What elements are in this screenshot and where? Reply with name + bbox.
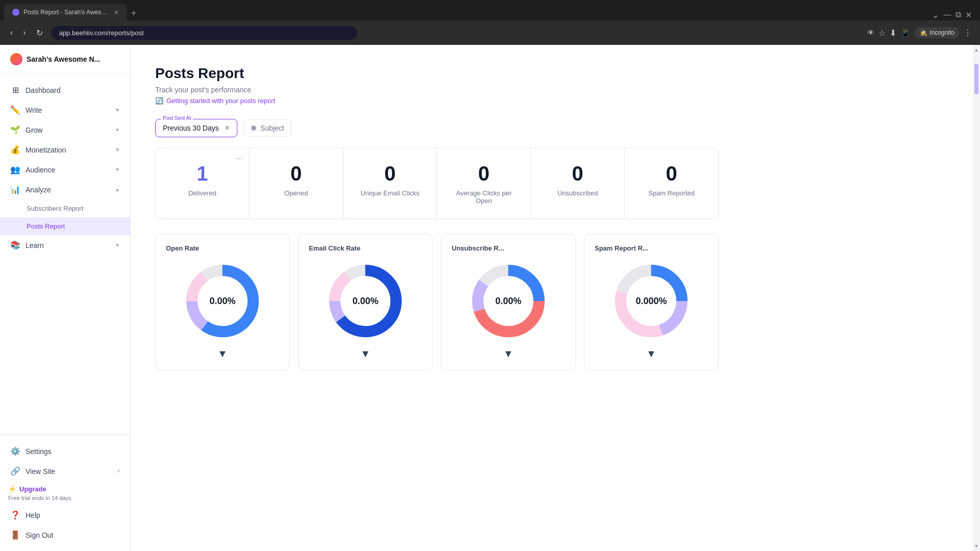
sidebar-item-label: Grow	[26, 126, 110, 134]
incognito-label: Incognito	[929, 29, 954, 36]
sidebar-item-sign-out[interactable]: 🚪 Sign Out	[0, 525, 130, 545]
sidebar-item-posts-report[interactable]: Posts Report	[0, 217, 130, 235]
incognito-icon: 🕵	[920, 29, 927, 36]
link-text: Getting started with your posts report	[166, 97, 275, 105]
sidebar-item-settings[interactable]: ⚙️ Settings	[0, 441, 130, 461]
stat-label: Spam Reported	[635, 189, 708, 197]
download-icon[interactable]: ⬇	[890, 28, 896, 38]
upgrade-button[interactable]: ⚡ Upgrade	[8, 485, 122, 493]
browser-chrome: Posts Report - Sarah's Awesome N... × + …	[0, 0, 980, 45]
stat-card-unsubscribed: 0 Unsubscribed	[531, 148, 625, 219]
donut-value: 0.00%	[352, 296, 378, 307]
forward-button[interactable]: ›	[21, 26, 28, 39]
scrollbar[interactable]: ▲ ▼	[973, 45, 980, 551]
stat-card-delivered: ··· 1 Delivered	[156, 148, 250, 219]
main-content: Posts Report Track your post's performan…	[131, 45, 973, 551]
filter-chip-value: Previous 30 Days	[163, 124, 219, 132]
tab-favicon	[12, 9, 19, 16]
sidebar-item-label: Subscribers Report	[27, 205, 120, 212]
stat-value: 0	[635, 162, 708, 185]
audience-icon: 👥	[10, 165, 20, 174]
filter-row: Post Sent At Previous 30 Days × Subject	[155, 119, 719, 137]
sidebar-item-label: Monetization	[26, 146, 110, 154]
brand: Sarah's Awesome N...	[10, 53, 120, 65]
scroll-track[interactable]	[974, 54, 978, 542]
donut-open-rate: 0.00%	[182, 260, 263, 342]
sidebar-item-write[interactable]: ✏️ Write ▼	[0, 100, 130, 120]
sidebar-item-dashboard[interactable]: ⊞ Dashboard	[0, 80, 130, 100]
chart-title: Spam Report R...	[595, 244, 708, 252]
device-icon[interactable]: 📱	[900, 28, 911, 38]
clear-filter-button[interactable]: ×	[225, 123, 230, 133]
bookmark-icon[interactable]: ☆	[878, 28, 886, 38]
restore-button[interactable]: ⧉	[955, 10, 961, 19]
close-browser-button[interactable]: ✕	[965, 10, 972, 20]
upgrade-section: ⚡ Upgrade Free trial ends in 14 days.	[0, 481, 130, 505]
subject-filter[interactable]: Subject	[243, 119, 292, 137]
back-button[interactable]: ‹	[8, 26, 15, 39]
sidebar-bottom: ⚙️ Settings 🔗 View Site ↗ ⚡ Upgrade Free…	[0, 435, 130, 551]
app-layout: Sarah's Awesome N... ⊞ Dashboard ✏️ Writ…	[0, 45, 980, 551]
grow-icon: 🌱	[10, 125, 20, 135]
sidebar-item-subscribers-report[interactable]: Subscribers Report	[0, 199, 130, 217]
incognito-badge: 🕵 Incognito	[915, 27, 960, 38]
sidebar-item-analyze[interactable]: 📊 Analyze ▲	[0, 180, 130, 199]
scroll-thumb[interactable]	[974, 64, 978, 94]
sidebar-item-monetization[interactable]: 💰 Monetization ▼	[0, 140, 130, 160]
donut-value: 0.00%	[495, 296, 521, 307]
chevron-down-icon: ▼	[115, 147, 120, 153]
sidebar-item-label: View Site	[26, 467, 111, 475]
menu-icon[interactable]: ⋮	[964, 28, 972, 38]
sidebar-item-help[interactable]: ❓ Help	[0, 505, 130, 525]
page-title: Posts Report	[155, 65, 719, 82]
chart-card-open-rate: Open Rate 0.00% ▼	[155, 234, 290, 370]
sidebar-item-label: Settings	[26, 447, 120, 456]
external-icon: ↗	[116, 468, 120, 474]
analyze-icon: 📊	[10, 185, 20, 194]
stats-container: ··· 1 Delivered 0 Opened 0 Unique Email …	[155, 147, 719, 219]
donut-email-click: 0.00%	[325, 260, 406, 342]
stat-dots-menu[interactable]: ···	[236, 154, 242, 163]
needle-indicator: ▼	[452, 348, 565, 360]
reload-button[interactable]: ↻	[34, 26, 45, 40]
sidebar-item-label: Write	[26, 106, 110, 114]
tab-close-button[interactable]: ×	[114, 9, 118, 16]
browser-tabs: Posts Report - Sarah's Awesome N... × + …	[0, 0, 980, 20]
sidebar-nav: ⊞ Dashboard ✏️ Write ▼ 🌱 Grow ▼ 💰 Moneti…	[0, 74, 130, 435]
subject-dot-icon	[251, 126, 256, 131]
needle-indicator: ▼	[166, 348, 279, 360]
minimize-button[interactable]: —	[943, 10, 951, 19]
stat-label: Unique Email Clicks	[354, 189, 427, 197]
tab-list-button[interactable]: ⌄	[932, 9, 939, 20]
sidebar: Sarah's Awesome N... ⊞ Dashboard ✏️ Writ…	[0, 45, 131, 551]
chart-title: Unsubscribe R...	[452, 244, 565, 252]
sidebar-item-label: Analyze	[26, 186, 110, 194]
getting-started-link[interactable]: 🔄 Getting started with your posts report	[155, 97, 719, 105]
chevron-down-icon: ▼	[115, 127, 120, 133]
chart-card-spam-report-rate: Spam Report R... 0.000% ▼	[584, 234, 719, 370]
tab-title: Posts Report - Sarah's Awesome N...	[23, 9, 110, 16]
refresh-icon: 🔄	[155, 97, 163, 105]
scroll-up-arrow[interactable]: ▲	[974, 47, 979, 53]
stat-label: Delivered	[166, 189, 239, 197]
date-filter-chip[interactable]: Post Sent At Previous 30 Days ×	[155, 119, 237, 137]
address-bar: ‹ › ↻ app.beehiiv.com/reports/post 👁 ☆ ⬇…	[0, 20, 980, 45]
sidebar-item-audience[interactable]: 👥 Audience ▼	[0, 160, 130, 180]
active-tab[interactable]: Posts Report - Sarah's Awesome N... ×	[4, 4, 127, 20]
url-input[interactable]: app.beehiiv.com/reports/post	[51, 26, 357, 40]
chevron-down-icon: ▼	[115, 167, 120, 172]
upgrade-icon: ⚡	[8, 485, 16, 493]
new-tab-button[interactable]: +	[127, 6, 141, 20]
sidebar-item-grow[interactable]: 🌱 Grow ▼	[0, 120, 130, 140]
sidebar-item-learn[interactable]: 📚 Learn ▼	[0, 235, 130, 255]
stat-value: 0	[447, 162, 520, 185]
chart-card-email-click-rate: Email Click Rate 0.00% ▼	[298, 234, 433, 370]
learn-icon: 📚	[10, 240, 20, 250]
dashboard-icon: ⊞	[10, 85, 20, 95]
chart-title: Open Rate	[166, 244, 279, 252]
sidebar-item-view-site[interactable]: 🔗 View Site ↗	[0, 461, 130, 481]
stat-value: 0	[541, 162, 614, 185]
donut-value: 0.00%	[209, 296, 235, 307]
charts-row: Open Rate 0.00% ▼	[155, 234, 719, 370]
scroll-down-arrow[interactable]: ▼	[974, 543, 979, 549]
